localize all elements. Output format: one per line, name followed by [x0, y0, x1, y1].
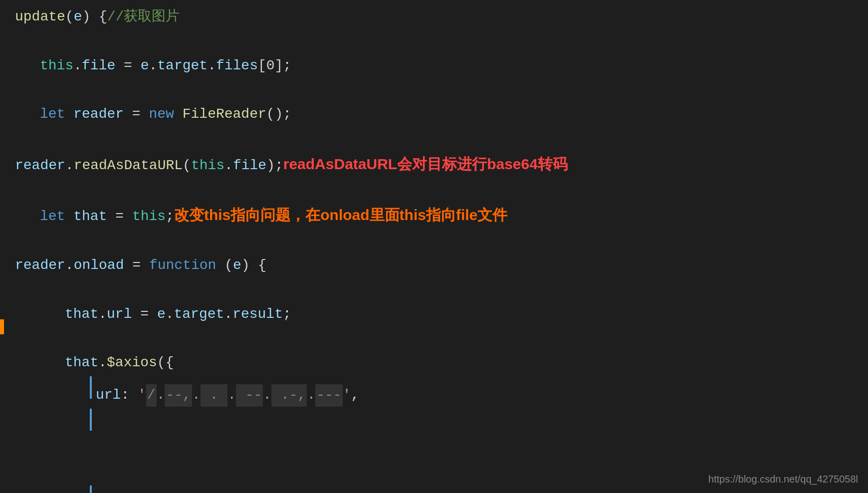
annotation-readasdataurl: readAsDataURL会对目标进行base64转码	[283, 152, 568, 176]
code-line-7: that.url = e.target.result;	[15, 302, 868, 327]
code-line-blank1	[15, 29, 868, 54]
code-line-3: let reader = new FileReader();	[15, 102, 868, 127]
vertical-bar-2	[90, 409, 92, 431]
vertical-bar-3	[90, 486, 92, 493]
code-line-blank6	[15, 278, 868, 302]
vertical-bar-1	[90, 376, 92, 399]
watermark: https://blog.csdn.net/qq_4275058l	[708, 471, 858, 487]
code-line-blank2	[15, 78, 868, 102]
annotation-that: 改变this指向问题，在onload里面this指向file文件	[174, 203, 507, 227]
code-line-8: that.$axios({	[15, 351, 868, 375]
code-editor: update(e) {//获取图片 this.file = e.target.f…	[0, 0, 868, 493]
code-line-5: let that = this; 改变this指向问题，在onload里面thi…	[15, 202, 868, 229]
code-line-1: update(e) {//获取图片	[15, 5, 868, 29]
code-line-4: reader.readAsDataURL(this.file); readAsD…	[15, 151, 868, 178]
code-line-blank7	[15, 326, 868, 351]
code-line-6: reader.onload = function (e) {	[15, 253, 868, 278]
left-edge-indicator	[0, 319, 4, 334]
code-line-blank5	[15, 229, 868, 253]
code-line-blank3	[15, 127, 868, 151]
token-update: update	[15, 6, 65, 28]
code-line-blank4	[15, 178, 868, 203]
code-line-9: url: '/.--,. . . --. .-,.---',	[15, 375, 868, 408]
code-line-2: this.file = e.target.files[0];	[15, 54, 868, 78]
